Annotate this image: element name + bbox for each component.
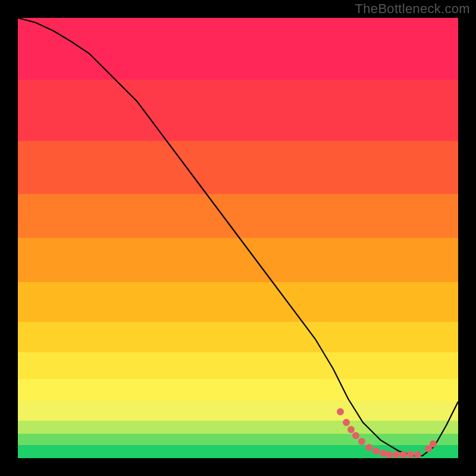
marker-dot [407,451,414,458]
chart-container: TheBottleneck.com [0,0,476,476]
marker-dot [343,419,350,426]
watermark-text: TheBottleneck.com [355,1,470,17]
marker-dot [352,432,359,439]
marker-dot [400,451,407,458]
marker-dot [386,451,393,458]
marker-dot [430,440,437,447]
gradient-background [18,18,458,458]
plot-area [18,18,458,458]
marker-dot [414,451,421,458]
marker-dot [380,450,387,457]
marker-dot [358,438,365,445]
marker-dot [365,444,372,451]
marker-dot [347,426,355,433]
marker-dot [337,408,344,415]
marker-dot [393,451,400,458]
marker-dot [372,447,380,455]
chart-svg [18,18,458,458]
